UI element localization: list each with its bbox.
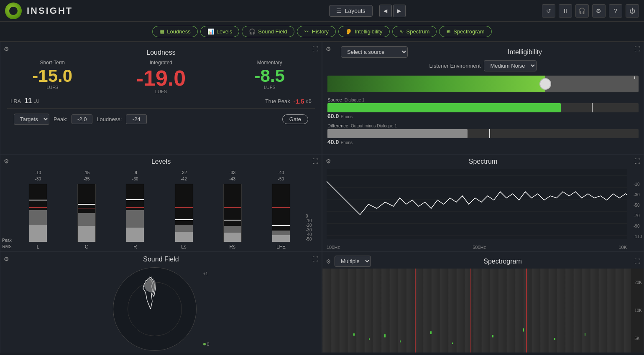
spectrogram-select[interactable]: Multiple [335,256,371,267]
true-peak-label: True Peak [265,98,290,104]
spectrum-x-10k: 10K [618,245,627,250]
scale-50: -50 [306,237,318,241]
nav-tabs: ▦ Loudness 📊 Levels 🎧 Sound Field 〰 Hist… [0,22,644,42]
channel-C: -15 -35 C [63,170,110,250]
svg-marker-7 [144,276,156,292]
channel-R-rms: -30 [132,176,138,182]
channel-C-dashed [78,208,95,208]
targets-select[interactable]: Targets [14,114,49,125]
channel-LFE-label: LFE [276,244,286,250]
intel-gear-icon[interactable]: ⚙ [326,46,331,52]
levels-gear-icon[interactable]: ⚙ [4,158,9,165]
spectrum-svg [327,169,627,239]
intel-title: Intelligibility [508,48,542,56]
levels-panel: ⚙ ⛶ Levels Peak RMS -10 -30 [0,154,322,252]
diff-bar-val: 40.0 [327,139,339,145]
momentary-unit: LUFS [225,85,315,90]
channel-C-peak-fill [78,226,95,242]
spectro-gear-icon[interactable]: ⚙ [326,258,331,265]
refresh-icon[interactable]: ↺ [542,4,555,18]
source-bar-fill [327,103,561,112]
app-title: INSIGHT [27,5,73,16]
tab-spectrum[interactable]: ∿ Spectrum [392,26,437,37]
help-icon[interactable]: ? [609,4,622,18]
channel-R-peak-line [126,199,144,200]
channel-R-nums: -9 -30 [132,170,138,182]
channel-LFE: -40 -50 LFE [257,170,305,250]
tab-soundfield[interactable]: 🎧 Sound Field [242,26,294,37]
integrated-label: Integrated [97,60,224,66]
sf-scale-1: +1 [203,271,210,276]
intel-slider[interactable] [327,76,639,92]
sf-expand-icon[interactable]: ⛶ [312,256,318,262]
loudness-input[interactable] [126,114,147,124]
tab-levels[interactable]: 📊 Levels [200,26,240,37]
scale-y-90: -90 [634,224,642,228]
channel-Rs-label: Rs [229,244,235,250]
peak-input[interactable] [72,114,92,124]
headphone-icon[interactable]: 🎧 [575,4,589,18]
spectrum-gear-icon[interactable]: ⚙ [326,158,331,165]
channel-R-peak: -9 [132,170,138,176]
tab-intelligibility[interactable]: 👂 Intelligibility [338,26,389,37]
lra-value: 11 [24,97,32,105]
spectrogram-tab-icon: ≋ [446,28,451,35]
channel-L-dashed [29,207,47,208]
scale-y-30: -30 [634,193,642,197]
levels-tab-label: Levels [217,28,233,35]
loudness-expand-icon[interactable]: ⛶ [312,46,318,52]
channel-R: -9 -30 R [111,170,159,250]
diff-bar-unit: Phons [341,140,353,145]
sf-gear-icon[interactable]: ⚙ [4,256,9,262]
intel-expand-icon[interactable]: ⛶ [634,46,640,52]
integrated-value: -19.0 [97,67,224,89]
loudness-gear-icon[interactable]: ⚙ [4,46,9,52]
pause-icon[interactable]: ⏸ [559,4,572,18]
channel-C-nums: -15 -35 [84,170,89,182]
tab-loudness[interactable]: ▦ Loudness [152,26,197,37]
svg-rect-0 [327,169,627,239]
channel-Rs-peak-line [224,220,241,221]
tab-history[interactable]: 〰 History [297,26,336,37]
channel-Rs-nums: -33 -43 [229,170,235,182]
diff-bar-label: Difference [327,123,348,128]
channel-Ls-nums: -32 -42 [181,170,187,182]
listener-select[interactable]: Medium Noise [484,60,537,71]
channel-Ls-peak-fill [175,232,193,242]
channel-Ls-dashed [175,207,193,208]
tab-spectrogram[interactable]: ≋ Spectrogram [439,26,491,37]
diff-bar-peak [489,129,490,138]
channel-L-rms: -30 [35,176,41,182]
spectrum-expand-icon[interactable]: ⛶ [634,158,640,165]
prev-arrow[interactable]: ◀ [379,5,392,17]
spectrum-y-scale: -10 -30 -50 -70 -90 -110 [634,182,642,239]
levels-title: Levels [0,155,322,167]
diff-bar-track [327,129,639,138]
short-term-unit: LUFS [7,85,97,90]
intelligibility-tab-icon: 👂 [345,28,352,35]
short-term-value: -15.0 [7,67,97,85]
spectrum-x-500hz: 500Hz [473,245,486,250]
soundfield-tab-label: Sound Field [258,28,287,35]
scale-20: -20 [306,223,318,228]
source-bar-peak [592,103,593,112]
slider-knob[interactable] [539,78,551,90]
short-term-label: Short-Term [7,60,97,66]
channel-LFE-dashed [272,207,290,208]
source-select[interactable]: Select a source [341,46,408,58]
channel-Ls-label: Ls [181,244,187,250]
channel-L: -10 -30 L [14,170,62,250]
next-arrow[interactable]: ▶ [393,5,406,17]
header-icons: ↺ ⏸ 🎧 ⚙ ? ⏻ [542,4,639,18]
scale-40: -40 [306,232,318,237]
peak-rms-label: Peak RMS [2,237,12,250]
loudness-tab-icon: ▦ [159,28,164,35]
levels-expand-icon[interactable]: ⛶ [312,158,318,165]
spectro-expand-icon[interactable]: ⛶ [634,258,640,265]
gate-button[interactable]: Gate [282,114,308,124]
sf-waveform-svg [117,271,192,347]
settings-icon[interactable]: ⚙ [592,4,606,18]
power-icon[interactable]: ⏻ [626,4,639,18]
layouts-button[interactable]: ☰ Layouts [329,5,373,17]
spectrum-x-100hz: 100Hz [327,245,340,250]
